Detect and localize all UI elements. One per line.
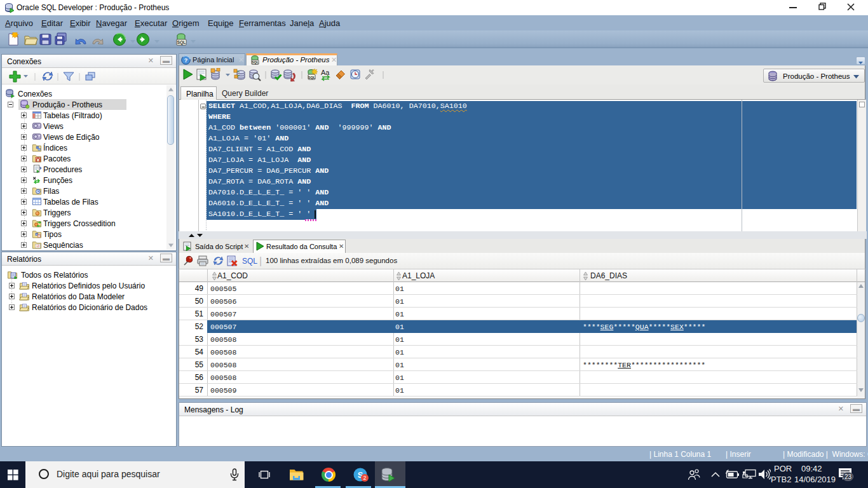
svg-text:SQL: SQL <box>177 40 186 45</box>
svg-text:13: 13 <box>36 245 40 248</box>
svg-text:Aa: Aa <box>321 69 330 76</box>
svg-text:SQL: SQL <box>308 76 316 79</box>
svg-text:?: ? <box>184 57 188 64</box>
svg-text:SQL: SQL <box>252 60 259 64</box>
